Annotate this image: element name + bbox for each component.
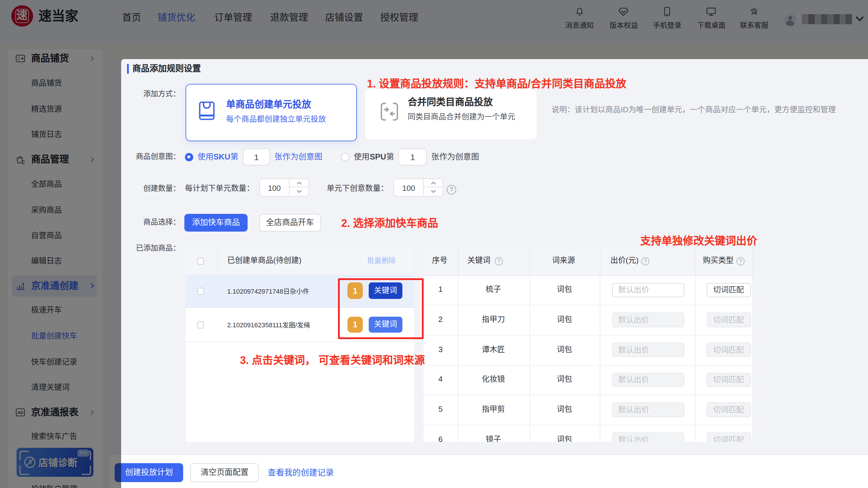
svg-text:AD: AD: [18, 410, 23, 415]
